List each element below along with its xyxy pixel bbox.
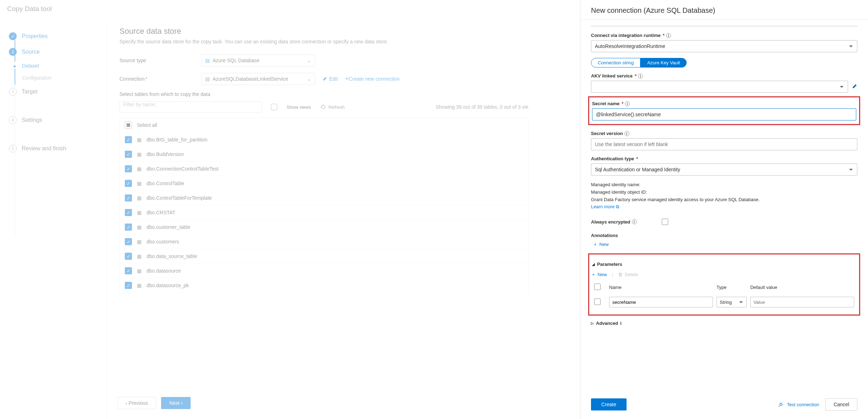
checkbox-checked-icon[interactable]	[125, 253, 132, 260]
checkbox-checked-icon[interactable]	[125, 165, 132, 172]
info-icon[interactable]: i	[638, 74, 643, 79]
always-encrypted-checkbox[interactable]	[662, 219, 668, 225]
step-source[interactable]: 2 Source	[4, 44, 100, 60]
parameters-header[interactable]: ◢ Parameters	[592, 262, 856, 267]
new-annotation-button[interactable]: +New	[591, 240, 612, 248]
parameters-table: Name Type Default value String	[592, 281, 856, 311]
akv-label: AKV linked service*i	[591, 73, 857, 79]
select-all-params-checkbox[interactable]	[594, 284, 601, 290]
check-icon	[9, 32, 17, 40]
next-button[interactable]: Next ›	[161, 397, 191, 409]
parameters-highlight: ◢ Parameters +New | 🗑Delete Name Type De…	[588, 253, 860, 316]
grant-text: Grant Data Factory service managed ident…	[591, 196, 857, 204]
plus-icon: +	[592, 272, 595, 277]
table-row[interactable]: ▦dbo.CRSTAT	[120, 205, 528, 220]
checkbox-checked-icon[interactable]	[125, 180, 132, 187]
checkbox-checked-icon[interactable]	[125, 282, 132, 289]
delete-parameter-button[interactable]: 🗑Delete	[618, 272, 638, 277]
step-properties[interactable]: Properties	[4, 28, 100, 44]
tab-connection-string[interactable]: Connection string	[591, 58, 640, 68]
substep-configuration[interactable]: Configuration	[4, 72, 100, 84]
chevron-down-icon: ⌄	[307, 76, 311, 82]
step-label: Properties	[22, 33, 48, 39]
edit-button[interactable]: Edit	[322, 76, 338, 82]
table-row[interactable]: ▦dbo.BuildVersion	[120, 147, 528, 162]
page-subtitle: Specify the source data store for the co…	[119, 39, 568, 44]
step-review[interactable]: 5 Review and finish	[4, 141, 100, 156]
secret-name-input[interactable]	[592, 108, 856, 120]
select-tables-label: Select tables from which to copy the dat…	[119, 91, 568, 97]
param-type-select[interactable]: String	[717, 297, 747, 307]
select-all-label: Select all	[137, 122, 157, 128]
step-settings[interactable]: 4 Settings	[4, 112, 100, 128]
param-name-input[interactable]	[609, 297, 713, 307]
new-parameter-button[interactable]: +New	[592, 272, 607, 277]
filter-input[interactable]: Filter by name..	[119, 101, 262, 113]
database-icon: ▤	[205, 76, 210, 82]
checkbox-checked-icon[interactable]	[125, 209, 132, 216]
edit-icon[interactable]	[852, 84, 857, 90]
trash-icon: 🗑	[618, 272, 623, 277]
table-row[interactable]: ▦dbo.ConnectionControlTableTest	[120, 162, 528, 176]
show-views-checkbox[interactable]	[271, 104, 277, 110]
refresh-icon	[320, 104, 326, 110]
checkbox-checked-icon[interactable]	[125, 151, 132, 158]
triangle-right-icon: ▷	[591, 321, 594, 325]
previous-button[interactable]: ‹ Previous	[117, 397, 156, 409]
test-connection-button[interactable]: Test connection	[778, 401, 819, 408]
checkbox-checked-icon[interactable]	[125, 194, 132, 202]
source-type-label: Source type	[119, 58, 201, 63]
source-type-select[interactable]: ▤ Azure SQL Database ⌄	[201, 54, 315, 66]
substep-dataset[interactable]: Dataset	[4, 60, 100, 72]
runtime-select[interactable]: AutoResolveIntegrationRuntime	[591, 40, 857, 52]
table-row[interactable]: ▦dbo.ControlTableForTemplate	[120, 191, 528, 205]
table-icon: ▦	[137, 253, 142, 259]
refresh-button[interactable]: Refresh	[320, 104, 345, 110]
auth-type-select[interactable]: Sql Authentication or Managed Identity	[591, 163, 857, 176]
cancel-button[interactable]: Cancel	[825, 398, 857, 410]
step-label: Source	[22, 49, 40, 55]
select-all-row[interactable]: Select all	[120, 118, 528, 133]
info-icon[interactable]: i	[632, 219, 637, 224]
create-new-connection-button[interactable]: + Create new connection	[345, 75, 400, 83]
chevron-down-icon: ⌄	[307, 58, 311, 63]
table-icon: ▦	[137, 268, 142, 274]
table-row[interactable]: ▦dbo.data_source_table	[120, 249, 528, 264]
table-row[interactable]: ▦dbo.datasource_pk	[120, 278, 528, 293]
secret-version-input[interactable]	[591, 138, 857, 150]
connection-method-tabs: Connection string Azure Key Vault	[591, 58, 857, 68]
info-icon[interactable]: i	[624, 131, 629, 136]
connection-value: AzureSQLDatabaseLinkedService	[213, 76, 288, 82]
always-encrypted-label: Always encryptedi	[591, 219, 637, 225]
step-target[interactable]: 3 Target	[4, 84, 100, 100]
checkbox-checked-icon[interactable]	[125, 136, 132, 143]
table-list: Select all ▦dbo.BIG_table_for_partition …	[119, 118, 528, 293]
table-row[interactable]: ▦dbo.BIG_table_for_partition	[120, 133, 528, 147]
connection-select[interactable]: ▤ AzureSQLDatabaseLinkedService ⌄	[201, 73, 315, 85]
param-default-input[interactable]	[750, 297, 854, 307]
tab-azure-key-vault[interactable]: Azure Key Vault	[640, 58, 687, 68]
info-icon[interactable]: i	[620, 321, 622, 326]
showing-count: Showing 39 out of 39 tables, 0 out of 3 …	[436, 104, 528, 110]
param-row-checkbox[interactable]	[594, 299, 601, 305]
create-button[interactable]: Create	[591, 398, 627, 410]
table-row[interactable]: ▦dbo.ControlTable	[120, 176, 528, 191]
checkbox-checked-icon[interactable]	[125, 224, 132, 231]
mi-name-label: Managed identity name:	[591, 181, 857, 189]
external-link-icon: ⧉	[616, 204, 619, 209]
akv-select[interactable]	[591, 81, 848, 93]
select-all-checkbox[interactable]	[125, 122, 132, 129]
table-icon: ▦	[137, 195, 142, 201]
info-icon[interactable]: i	[666, 33, 671, 38]
pencil-icon	[322, 76, 327, 81]
checkbox-checked-icon[interactable]	[125, 238, 132, 245]
learn-more-link[interactable]: Learn more ⧉	[591, 204, 619, 209]
checkbox-checked-icon[interactable]	[125, 267, 132, 274]
table-row[interactable]: ▦dbo.customer_table	[120, 220, 528, 235]
table-row[interactable]: ▦dbo.customers	[120, 235, 528, 249]
table-row[interactable]: ▦dbo.datasource	[120, 264, 528, 278]
secret-name-highlight: Secret name*i	[588, 96, 860, 125]
table-icon: ▦	[137, 137, 142, 143]
info-icon[interactable]: i	[625, 101, 630, 106]
advanced-header[interactable]: ▷ Advanced i	[591, 321, 857, 326]
